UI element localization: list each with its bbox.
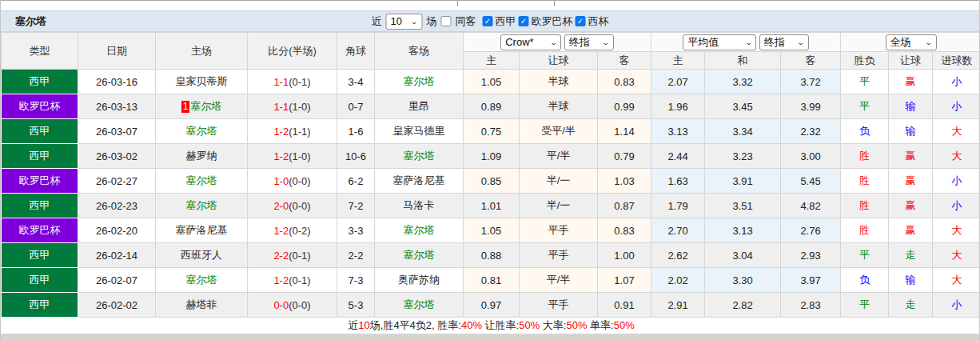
result-goals-cell: 小: [933, 194, 980, 218]
odds-handicap-cell: 平手: [520, 293, 598, 318]
date-cell: 26-02-23: [78, 194, 156, 218]
home-team-name: 赫罗纳: [186, 150, 217, 162]
away-team-cell[interactable]: 奥萨苏纳: [375, 268, 464, 293]
odds-handicap-cell: 半球: [520, 70, 598, 94]
result-goals-cell: 大: [933, 243, 980, 268]
score-cell: 0-0(0-0): [248, 293, 337, 318]
odds-home-cell: 1.09: [464, 144, 520, 169]
same-away-label: 同客: [456, 14, 476, 29]
away-team-cell[interactable]: 塞尔塔: [375, 293, 464, 318]
away-team-cell[interactable]: 皇家马德里: [375, 119, 464, 144]
result-outcome-cell: 平: [841, 94, 889, 119]
result-outcome-cell: 胜: [841, 218, 889, 243]
home-team-cell[interactable]: 塞尔塔: [156, 119, 248, 144]
bottom-strip: [1, 334, 979, 340]
col-header-odds-home: 主: [464, 52, 520, 70]
odds-handicap-cell: 平/半: [520, 144, 598, 169]
away-team-cell[interactable]: 塞尔塔: [375, 70, 464, 94]
home-team-cell[interactable]: 塞萨洛尼基: [156, 218, 248, 243]
divider-tick: [457, 1, 458, 6]
avg-away-cell: 2.76: [781, 218, 841, 243]
stats-segment: 单率:: [587, 319, 613, 331]
same-away-checkbox[interactable]: [441, 16, 452, 26]
result-handicap-cell: 赢: [889, 144, 933, 169]
col-header-home: 主场: [156, 33, 248, 70]
odds-away-cell: 1.14: [598, 119, 651, 144]
away-team-cell[interactable]: 马洛卡: [375, 194, 464, 218]
table-row: 西甲26-03-02赫罗纳1-2(1-0)10-6塞尔塔1.09平/半0.792…: [2, 144, 980, 169]
home-team-cell[interactable]: 塞尔塔: [156, 169, 248, 194]
avg-away-cell: 4.82: [781, 194, 841, 218]
chevron-down-icon: ⌄: [797, 38, 805, 46]
odds-company-select[interactable]: Crow* ⌄: [500, 34, 561, 50]
corner-cell: 1-6: [337, 119, 375, 144]
home-team-cell[interactable]: 塞尔塔: [156, 194, 248, 218]
away-team-cell[interactable]: 塞尔塔: [375, 144, 464, 169]
home-team-cell[interactable]: 赫塔菲: [156, 293, 248, 318]
col-header-handicap: 让球: [520, 52, 598, 70]
league-cell: 欧罗巴杯: [2, 169, 78, 194]
result-outcome-cell: 负: [841, 268, 889, 293]
away-team-name: 塞萨洛尼基: [393, 174, 445, 186]
table-row: 西甲26-02-07塞尔塔1-2(0-1)7-3奥萨苏纳0.81平/半1.072…: [2, 268, 980, 293]
result-outcome-cell: 平: [841, 243, 889, 268]
result-handicap-cell: 走: [889, 243, 933, 268]
result-goals-cell: 大: [933, 218, 980, 243]
home-team-cell[interactable]: 西班牙人: [156, 243, 248, 268]
result-handicap-cell: 输: [889, 268, 933, 293]
avg-draw-cell: 3.45: [705, 94, 781, 119]
away-team-cell[interactable]: 塞尔塔: [375, 218, 464, 243]
rank-badge: 1: [181, 101, 190, 113]
result-goals-cell: 小: [933, 169, 980, 194]
home-team-cell[interactable]: 塞尔塔: [156, 268, 248, 293]
home-team-cell[interactable]: 1塞尔塔: [156, 94, 248, 119]
odds-away-cell: 1.00: [598, 243, 651, 268]
avg-odds-group: 平均值 ⌄ 终指 ⌄: [651, 33, 841, 52]
stats-segment: 50%: [566, 319, 587, 331]
table-row: 西甲26-03-16皇家贝蒂斯1-1(0-1)3-4塞尔塔1.05半球0.832…: [2, 70, 980, 94]
away-team-name: 塞尔塔: [404, 298, 435, 310]
scope-select[interactable]: 全场 ⌄: [886, 34, 937, 50]
col-header-avg-draw: 和: [705, 52, 781, 70]
score-cell: 2-2(0-1): [248, 243, 337, 268]
match-stats-panel: 塞尔塔 近 10 ⌄ 场 同客 ✓西甲✓欧罗巴杯✓西杯 类型 日期 主场 比分(: [0, 0, 980, 340]
match-table-body: 西甲26-03-16皇家贝蒂斯1-1(0-1)3-4塞尔塔1.05半球0.832…: [2, 70, 980, 318]
home-team-cell[interactable]: 赫罗纳: [156, 144, 248, 169]
result-outcome-cell: 胜: [841, 194, 889, 218]
avg-away-cell: 2.93: [781, 243, 841, 268]
league-filter-checkbox[interactable]: ✓: [483, 16, 493, 26]
col-header-odds-away: 客: [598, 52, 651, 70]
col-header-away: 客场: [375, 33, 464, 70]
league-cell: 西甲: [2, 70, 78, 94]
away-team-cell[interactable]: 塞萨洛尼基: [375, 169, 464, 194]
home-team-name: 赫塔菲: [186, 298, 217, 310]
near-count-select[interactable]: 10 ⌄: [386, 14, 423, 30]
odds-away-cell: 0.91: [598, 293, 651, 318]
result-goals-cell: 大: [933, 144, 980, 169]
league-filter-checkbox[interactable]: ✓: [576, 16, 586, 26]
home-team-cell[interactable]: 皇家贝蒂斯: [156, 70, 248, 94]
halftime-score: (0-0): [289, 200, 310, 212]
table-row: 西甲26-02-14西班牙人2-2(0-1)2-2塞尔塔0.88平手1.002.…: [2, 243, 980, 268]
halftime-score: (0-0): [289, 299, 310, 311]
avg-stage-select[interactable]: 终指 ⌄: [759, 34, 809, 50]
league-cell: 西甲: [2, 144, 78, 169]
avg-home-cell: 2.70: [651, 218, 705, 243]
odds-stage-select[interactable]: 终指 ⌄: [564, 34, 614, 50]
league-filter-checkbox[interactable]: ✓: [519, 16, 529, 26]
date-cell: 26-02-20: [78, 218, 156, 243]
away-team-name: 马洛卡: [404, 199, 435, 211]
odds-handicap-cell: 半球: [520, 94, 598, 119]
odds-company-group: Crow* ⌄ 终指 ⌄: [464, 33, 651, 52]
avg-away-cell: 5.45: [781, 169, 841, 194]
avg-mode-select[interactable]: 平均值 ⌄: [683, 34, 756, 50]
away-team-cell[interactable]: 里昂: [375, 94, 464, 119]
halftime-score: (0-1): [289, 250, 310, 262]
home-team-name: 西班牙人: [181, 249, 222, 261]
away-team-cell[interactable]: 塞尔塔: [375, 243, 464, 268]
away-team-name: 塞尔塔: [404, 75, 435, 87]
away-team-name: 塞尔塔: [404, 224, 435, 236]
top-strip: [1, 0, 979, 10]
away-team-name: 皇家马德里: [393, 125, 445, 137]
avg-draw-cell: 2.82: [705, 293, 781, 318]
